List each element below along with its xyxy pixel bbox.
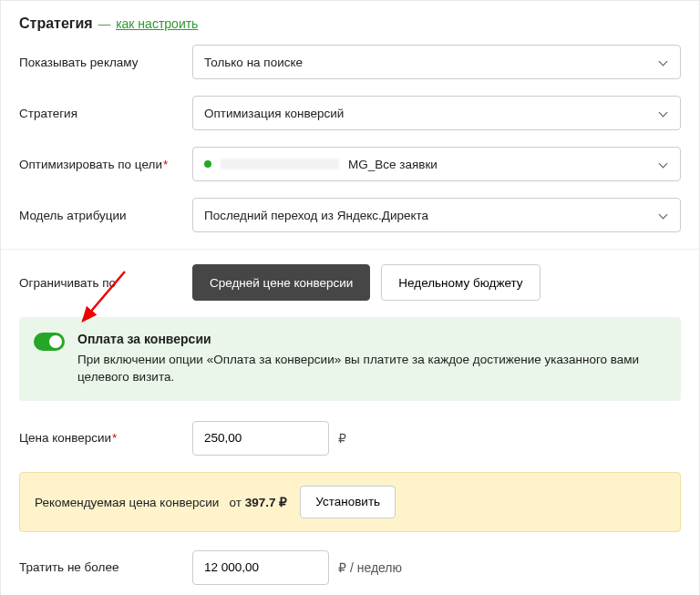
chevron-down-icon: [658, 210, 669, 221]
spend-label: Тратить не более: [19, 560, 192, 574]
callout-desc: При включении опции «Оплата за конверсии…: [77, 352, 664, 386]
chevron-down-icon: [658, 108, 669, 118]
show-ads-value: Только на поиске: [204, 56, 303, 69]
strategy-select[interactable]: Оптимизация конверсий: [192, 96, 681, 130]
pay-per-conversion-toggle[interactable]: [34, 333, 65, 351]
segment-weekly-budget[interactable]: Недельному бюджету: [381, 264, 540, 301]
divider: [1, 249, 699, 250]
conversion-price-unit: ₽: [338, 431, 346, 446]
segment-avg-price[interactable]: Средней цене конверсии: [192, 264, 370, 301]
recommend-value: 397.7 ₽: [245, 496, 288, 509]
show-ads-label: Показывать рекламу: [19, 56, 192, 69]
set-recommended-button[interactable]: Установить: [300, 486, 396, 518]
optimize-goal-label: Оптимизировать по цели*: [19, 158, 192, 171]
recommend-from: от: [230, 496, 242, 509]
strategy-value: Оптимизация конверсий: [204, 107, 344, 120]
spend-unit: ₽ / неделю: [338, 560, 402, 575]
attribution-label: Модель атрибуции: [19, 209, 192, 222]
status-dot-icon: [204, 160, 211, 168]
optimize-goal-select[interactable]: MG_Все заявки: [192, 147, 681, 181]
chevron-down-icon: [658, 159, 669, 169]
section-title: Стратегия: [19, 15, 93, 32]
conversion-price-input[interactable]: [192, 421, 329, 456]
optimize-goal-value: MG_Все заявки: [348, 158, 438, 171]
callout-title: Оплата за конверсии: [77, 332, 664, 346]
recommended-price-bar: Рекомендуемая цена конверсии от 397.7 ₽ …: [19, 472, 681, 532]
redacted-text: [221, 159, 339, 169]
recommend-prefix: Рекомендуемая цена конверсии: [35, 496, 219, 509]
limit-by-label: Ограничивать по: [19, 276, 192, 290]
attribution-select[interactable]: Последний переход из Яндекс.Директа: [192, 198, 681, 232]
conversion-price-label: Цена конверсии*: [19, 431, 192, 445]
how-to-link[interactable]: как настроить: [116, 16, 198, 31]
chevron-down-icon: [658, 56, 669, 67]
attribution-value: Последний переход из Яндекс.Директа: [204, 209, 428, 222]
show-ads-select[interactable]: Только на поиске: [192, 45, 681, 79]
strategy-label: Стратегия: [19, 107, 192, 120]
dash: —: [98, 17, 111, 31]
spend-input[interactable]: [192, 550, 329, 585]
pay-per-conversion-callout: Оплата за конверсии При включении опции …: [19, 317, 681, 401]
